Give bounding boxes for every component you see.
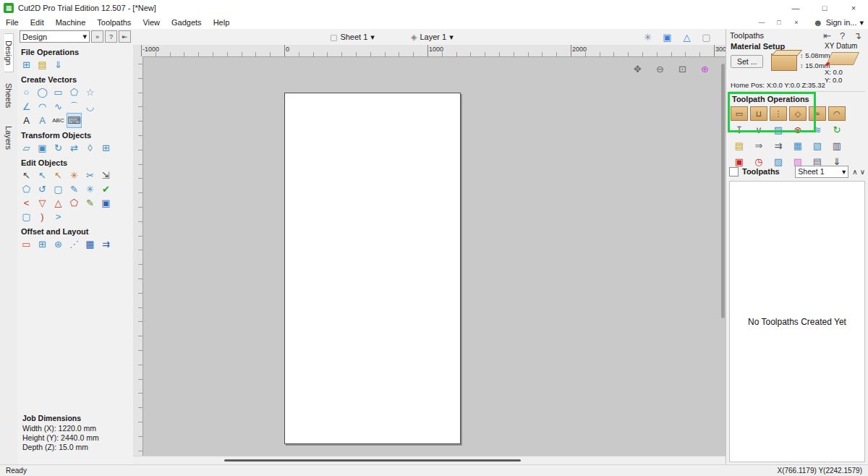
align-objects-icon[interactable]: ⊞ [99, 141, 113, 155]
mdi-restore-button[interactable]: □ [771, 17, 787, 28]
validate-vectors-icon[interactable]: ✔ [99, 182, 113, 196]
close-button[interactable]: × [839, 0, 868, 16]
grid-toggle-icon[interactable]: ▢ [699, 30, 713, 44]
help-icon[interactable]: ? [835, 29, 849, 43]
open-file-icon[interactable]: ▤ [35, 58, 49, 72]
menu-machine[interactable]: Machine [50, 16, 92, 29]
toolpaths-visibility-checkbox[interactable] [729, 167, 739, 177]
panel-mode-select[interactable]: Design ▾ [20, 30, 90, 43]
recalculate-toolpaths-icon[interactable]: ↻ [828, 122, 846, 137]
move-toolpath-up-button[interactable]: ∧ [852, 168, 857, 176]
mirror-objects-icon[interactable]: ⇄ [67, 141, 81, 155]
fit-rounded-rect-icon[interactable]: ▢ [20, 210, 33, 224]
tile-toolpaths-icon[interactable]: ▧ [809, 138, 826, 153]
expand-panel-button[interactable]: » [91, 30, 103, 43]
draw-pen-icon[interactable]: ✎ [67, 182, 81, 196]
toolpaths-list[interactable]: No Toolpaths Created Yet [729, 181, 865, 462]
draw-polyline-icon[interactable]: ∠ [20, 100, 33, 114]
vertical-scrollbar[interactable] [721, 64, 725, 318]
extend-vectors-icon[interactable]: ▽ [35, 196, 49, 210]
mdi-minimize-button[interactable]: — [754, 17, 770, 28]
zoom-window-icon[interactable]: ⊡ [676, 62, 689, 76]
material-sheet[interactable] [284, 93, 461, 444]
tab-sheets[interactable]: Sheets [4, 77, 13, 114]
texture-toolpath-icon[interactable]: ≈ [809, 106, 826, 121]
outline-vectors-icon[interactable]: ⬠ [20, 182, 33, 196]
explode-vectors-icon[interactable]: ✳ [83, 182, 97, 196]
minimize-button[interactable]: — [781, 0, 810, 16]
move-exact-xy-icon[interactable]: ⇲ [99, 169, 113, 182]
merge-toolpaths-icon[interactable]: ▦ [789, 138, 807, 153]
rotate-copy-icon[interactable]: ↺ [35, 182, 49, 196]
snapping-toggle-icon[interactable]: ✳ [641, 30, 655, 44]
moulding-toolpath-icon[interactable]: ◠ [828, 106, 846, 121]
toolpaths-sheet-select[interactable]: Sheet 1 ▾ [795, 166, 848, 178]
draw-text-block-icon[interactable]: A [35, 114, 49, 127]
fillet-vectors-icon[interactable]: △ [51, 196, 65, 210]
copy-along-vectors-icon[interactable]: ⋰ [67, 237, 81, 251]
draw-freehand-icon[interactable]: ⌒ [67, 100, 81, 114]
tab-design[interactable]: Design [4, 33, 14, 72]
array-copy-icon[interactable]: ⊞ [35, 237, 49, 251]
drill-bit-icon[interactable]: ↧ [731, 122, 748, 137]
drawing-area[interactable]: ✥⊖⊡⊕ [142, 56, 726, 456]
rotate-objects-icon[interactable]: ↻ [51, 141, 65, 155]
pin-panel-icon[interactable]: ↴ [851, 29, 864, 43]
node-edit-icon[interactable]: ↖ [35, 169, 49, 182]
mdi-close-button[interactable]: × [788, 17, 804, 28]
autohide-panel-button[interactable]: ⇤ [119, 30, 131, 43]
pocket-toolpath-icon[interactable]: ⊔ [750, 106, 767, 121]
smooth-vectors-icon[interactable]: ✎ [83, 196, 97, 210]
sheet-selector[interactable]: ▢ Sheet 1 ▾ [330, 29, 375, 45]
help-button[interactable]: ? [105, 30, 117, 43]
material-set-button[interactable]: Set ... [731, 55, 763, 68]
save-toolpath-template-icon[interactable]: ⇒ [750, 138, 767, 153]
zoom-selected-icon[interactable]: ⊕ [698, 62, 712, 76]
inlay-toolpath-icon[interactable]: ◇ [789, 106, 807, 121]
draw-arc-icon[interactable]: ◠ [35, 100, 49, 114]
draw-star-icon[interactable]: ☆ [83, 85, 97, 99]
menu-gadgets[interactable]: Gadgets [166, 16, 208, 29]
quick-edit-icon[interactable]: ↖ [51, 169, 65, 182]
engrave-toolpath-icon[interactable]: ≋ [809, 122, 826, 137]
text-select-icon[interactable]: ⌨ [67, 114, 81, 127]
smart-snapping-icon[interactable]: ▣ [660, 30, 674, 44]
vbit-icon[interactable]: ∨ [750, 122, 767, 137]
pan-view-icon[interactable]: ✥ [631, 62, 644, 76]
offset-vectors-icon[interactable]: ▭ [20, 237, 33, 251]
fit-curve-icon[interactable]: > [51, 210, 65, 224]
sign-in-button[interactable]: ☻ Sign in... ▾ [813, 18, 864, 27]
replace-vectors-icon[interactable]: ▣ [99, 196, 113, 210]
delete-toolpath-icon[interactable]: ⊗ [789, 122, 807, 137]
layer-selector[interactable]: ◈ Layer 1 ▾ [411, 29, 454, 45]
guides-toggle-icon[interactable]: △ [680, 30, 694, 44]
scissors-icon[interactable]: ✂ [83, 169, 97, 182]
menu-help[interactable]: Help [208, 16, 236, 29]
tab-layers[interactable]: Layers [4, 119, 13, 156]
tile-sheets-icon[interactable]: ⇉ [99, 237, 113, 251]
export-toolpath-icon[interactable]: ⇉ [770, 138, 787, 153]
text-on-curve-icon[interactable]: ABC [51, 114, 65, 127]
distort-objects-icon[interactable]: ◊ [83, 141, 97, 155]
open-toolpath-icon[interactable]: ▤ [731, 138, 748, 153]
drilling-toolpath-icon[interactable]: ⋮ [770, 106, 787, 121]
close-vectors-icon[interactable]: ⬠ [67, 196, 81, 210]
draw-ellipse-icon[interactable]: ◯ [35, 85, 49, 99]
draw-text-icon[interactable]: A [20, 114, 33, 127]
menu-file[interactable]: File [0, 16, 25, 29]
draw-curve-icon[interactable]: ∿ [51, 100, 65, 114]
nest-parts-icon[interactable]: ▦ [83, 237, 97, 251]
fit-arc-icon[interactable]: ) [35, 210, 49, 224]
create-job-sheet-icon[interactable]: ▥ [828, 138, 846, 153]
menu-view[interactable]: View [137, 16, 166, 29]
edit-rectangle-icon[interactable]: ▢ [51, 182, 65, 196]
move-toolpath-down-button[interactable]: ∨ [860, 168, 865, 176]
canvas-area[interactable]: ▢ Sheet 1 ▾ ◈ Layer 1 ▾ ✳▣△▢ -1000010002… [133, 29, 726, 465]
hatch-toolpath-icon[interactable]: ▨ [770, 122, 787, 137]
horizontal-scrollbar-thumb[interactable] [224, 459, 521, 462]
select-vectors-icon[interactable]: ↖ [20, 169, 33, 182]
set-size-icon[interactable]: ▣ [35, 141, 49, 155]
menu-toolpaths[interactable]: Toolpaths [91, 16, 137, 29]
profile-toolpath-icon[interactable]: ▭ [731, 106, 748, 121]
import-vectors-icon[interactable]: ⇓ [51, 58, 65, 72]
